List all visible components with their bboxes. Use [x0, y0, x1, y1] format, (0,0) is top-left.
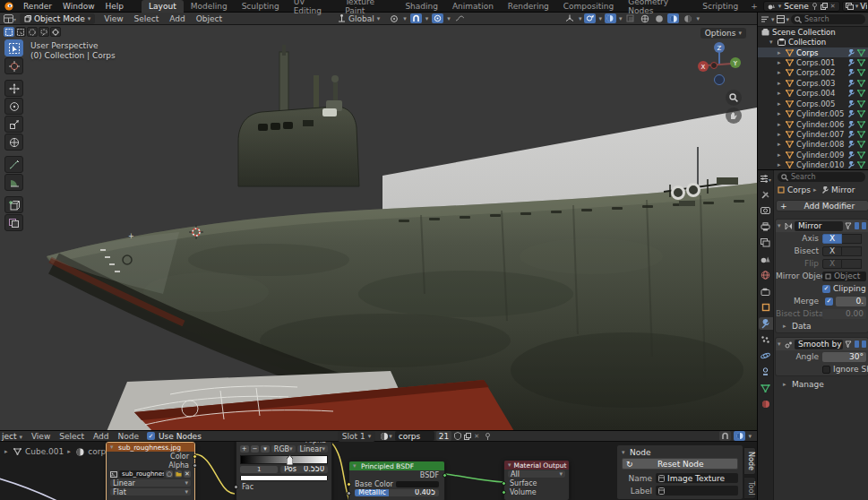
smooth-panel-header[interactable]: ▾ Smooth by ...	[776, 338, 868, 350]
volume-input-socket[interactable]	[502, 490, 506, 495]
modifier-wrench-icon[interactable]	[847, 90, 855, 97]
workspace-tab[interactable]: UV Editing	[287, 0, 338, 13]
outliner-object-row[interactable]: ▸ Cylinder.010	[758, 159, 868, 169]
render-display-toggle[interactable]	[862, 222, 866, 229]
collapse-icon[interactable]: ▾	[353, 462, 358, 470]
topbar-menu-item[interactable]: Render	[18, 2, 57, 11]
view-layer-selector[interactable]: ▾ Vi	[842, 1, 868, 12]
edit-mode-display-icon[interactable]	[845, 341, 852, 348]
clipping-checkbox[interactable]: ✓	[822, 285, 830, 293]
measure-tool[interactable]	[4, 174, 23, 191]
reset-node-button[interactable]: ↻ Reset Node	[622, 458, 738, 470]
shader-menu-item[interactable]: Add	[89, 432, 113, 441]
select-circle-icon[interactable]	[27, 27, 38, 37]
fake-user-shield-icon[interactable]	[454, 432, 461, 440]
expand-icon[interactable]: ▸	[778, 100, 783, 108]
rotate-tool[interactable]	[4, 98, 23, 115]
surface-input-socket[interactable]	[502, 481, 506, 486]
expand-icon[interactable]: ▸	[778, 131, 783, 138]
tab-object[interactable]	[759, 301, 773, 314]
outliner-object-row[interactable]: ▸ Cylinder.008	[758, 140, 868, 150]
shading-solid-icon[interactable]	[653, 13, 665, 23]
merge-checkbox[interactable]: ✓	[825, 297, 833, 306]
snap-magnet-icon[interactable]	[410, 13, 422, 23]
outliner-object-row[interactable]: ▸ Corps.002	[758, 68, 868, 78]
breadcrumb-modifier[interactable]: Mirror	[831, 185, 855, 194]
tab-modifiers[interactable]	[759, 317, 773, 330]
viewport-canvas[interactable]: User Perspective (0) Collection | Corps …	[0, 25, 757, 430]
tab-render[interactable]	[759, 204, 773, 217]
projection-dropdown[interactable]: Flat▾	[110, 488, 191, 496]
mirror-object-field[interactable]: Object	[822, 272, 866, 281]
tab-scene[interactable]	[759, 253, 773, 265]
add-cube-tool[interactable]	[4, 196, 23, 213]
expand-icon[interactable]: ▸	[778, 141, 783, 148]
proportional-editing-icon[interactable]	[432, 13, 443, 23]
image-name-field[interactable]: sub_roughness.j...	[119, 470, 164, 478]
metallic-socket[interactable]	[347, 491, 351, 496]
tab-physics[interactable]	[759, 349, 773, 362]
modifier-wrench-icon[interactable]	[847, 59, 855, 66]
metallic-value[interactable]: 0.405	[415, 489, 435, 496]
properties-search-input[interactable]	[791, 173, 845, 181]
manage-section-row[interactable]: ▸ Manage	[776, 378, 824, 391]
mesh-data-icon[interactable]	[857, 90, 865, 97]
collapse-icon[interactable]: ▾	[508, 461, 511, 469]
outliner-object-row[interactable]: ▸ Cylinder.005	[758, 108, 868, 118]
pan-hand-icon[interactable]	[726, 108, 742, 124]
duplicate-tool[interactable]	[4, 214, 23, 231]
annotate-tool[interactable]	[4, 156, 23, 173]
shading-wireframe-icon[interactable]	[639, 13, 650, 23]
tab-collection[interactable]	[759, 285, 773, 297]
realtime-display-toggle[interactable]	[855, 222, 859, 229]
new-scene-icon[interactable]	[821, 3, 828, 10]
browse-material-icon[interactable]	[380, 432, 389, 441]
ramp-handle[interactable]	[287, 455, 293, 465]
image-texture-node[interactable]: ▾ sub_roughness.jpg Color Alpha sub_roug…	[106, 442, 195, 500]
workspace-tab[interactable]: Geometry Nodes	[621, 0, 695, 13]
flip-y-button[interactable]	[842, 259, 862, 269]
ignore-sharpness-checkbox[interactable]	[822, 366, 830, 374]
base-color-socket[interactable]	[347, 482, 351, 487]
cursor-tool[interactable]	[4, 57, 23, 74]
mesh-data-icon[interactable]	[857, 161, 865, 168]
tab-world[interactable]	[759, 269, 773, 281]
tab-tool[interactable]	[759, 188, 773, 201]
transform-tool[interactable]	[4, 134, 23, 151]
color-ramp-gradient[interactable]	[240, 455, 328, 464]
data-section-row[interactable]: ▸ Data	[776, 320, 868, 332]
expand-icon[interactable]: ▸	[778, 121, 783, 128]
shader-menu-item[interactable]: Select	[55, 432, 89, 441]
show-gizmo-icon[interactable]	[564, 13, 576, 23]
base-color-swatch[interactable]	[396, 481, 439, 487]
options-dropdown[interactable]: Options ▾	[700, 28, 746, 39]
ramp-interpolation-dropdown[interactable]: Linear▾	[297, 445, 328, 453]
material-preview-extra-icon[interactable]	[605, 13, 616, 23]
material-name-field[interactable]: corps	[395, 431, 434, 441]
editor-type-icon[interactable]: ▾	[759, 172, 773, 185]
mesh-data-icon[interactable]	[857, 80, 865, 87]
material-users-count[interactable]: 21	[436, 431, 451, 441]
collapse-icon[interactable]: ▾	[769, 39, 775, 46]
blender-logo-icon[interactable]	[0, 2, 18, 11]
ramp-options-button[interactable]: ▾	[261, 445, 270, 453]
collapse-icon[interactable]: ▾	[110, 444, 116, 451]
stop-color-swatch[interactable]	[240, 475, 328, 481]
expand-icon[interactable]: ▸	[778, 49, 783, 56]
breadcrumb-object[interactable]: Corps	[787, 185, 811, 194]
mesh-data-icon[interactable]	[857, 59, 865, 66]
shading-material-icon[interactable]	[667, 13, 679, 23]
outliner-object-row[interactable]: ▸ Cylinder.006	[758, 119, 868, 129]
zoom-icon[interactable]	[726, 90, 742, 106]
modifier-name-field[interactable]: Smooth by ...	[795, 340, 843, 349]
expand-icon[interactable]: ▸	[778, 59, 783, 66]
stop-index-field[interactable]: 1	[240, 466, 278, 473]
mesh-data-icon[interactable]	[857, 110, 865, 117]
axis-x-button[interactable]: X	[822, 234, 842, 244]
collection-row[interactable]: ▾ Collection	[758, 37, 868, 47]
color-output-socket[interactable]	[193, 454, 197, 459]
scene-collection-row[interactable]: Scene Collection	[758, 27, 868, 37]
pin-icon[interactable]	[485, 433, 491, 440]
node-name-field[interactable]: Image Texture	[656, 473, 738, 483]
tab-object-data[interactable]	[759, 382, 773, 394]
